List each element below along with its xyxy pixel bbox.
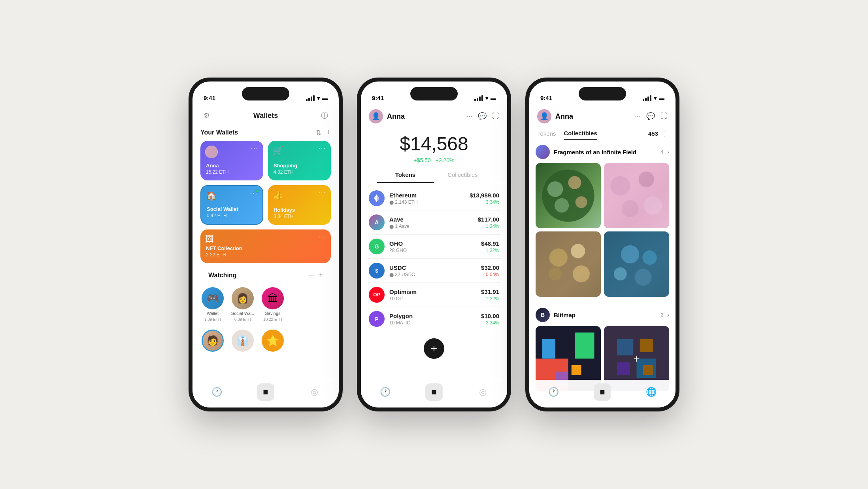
usdc-change: - 0.04% xyxy=(481,272,499,277)
watching-avatar-star: ⭐ xyxy=(262,330,284,352)
svg-point-12 xyxy=(611,176,630,196)
shopping-name: Shopping xyxy=(274,163,325,169)
social-name: Social Wallet xyxy=(207,206,257,212)
watching-section: Watching ··· + 🎮 Wallet 1.39 ETH 👩 xyxy=(192,268,339,356)
usdc-usd: $32.00 xyxy=(481,264,499,271)
matic-values: $10.00 3.34% xyxy=(481,313,499,326)
fragments-name: Fragments of an Infinite Field xyxy=(554,149,657,155)
wallet-nft[interactable]: 🖼 ··· NFT Collection 2.32 ETH xyxy=(200,229,331,263)
wallet-anna[interactable]: ··· Anna 15.22 ETH xyxy=(200,141,263,180)
nav-globe-3[interactable]: 🌐 xyxy=(642,383,660,401)
svg-point-17 xyxy=(549,248,568,267)
token-row-op[interactable]: OP Optimism 10 OP $31.91 1.32% xyxy=(367,283,501,307)
nav-wallet-1[interactable]: ■ xyxy=(257,383,274,401)
nav-history-1[interactable]: 🕐 xyxy=(208,383,226,401)
fragments-chevron-icon[interactable]: › xyxy=(667,149,669,155)
token-row-eth[interactable]: Ethereum ⬤ 2.143 ETH $13,989.00 3.34% xyxy=(367,186,501,210)
anna-more-icon[interactable]: ··· xyxy=(251,145,259,152)
nav-wallet-3[interactable]: ■ xyxy=(594,383,611,401)
watching-label-social: Social Wa... xyxy=(231,311,254,316)
wallet-shopping[interactable]: 🛒 ··· Shopping 4.32 ETH xyxy=(268,141,331,180)
holidays-more-icon[interactable]: ··· xyxy=(319,189,326,196)
bottom-nav-3: 🕐 ■ 🌐 xyxy=(529,380,676,408)
collectibles-more-icon[interactable]: ⋮ xyxy=(660,129,668,138)
token-row-matic[interactable]: P Polygon 10 MATIC $10.00 3.34% xyxy=(367,307,501,331)
signal-icon-2 xyxy=(474,95,483,101)
nav-discover-1[interactable]: ◎ xyxy=(306,383,323,401)
anna-avatar-sm-3[interactable]: 👤 xyxy=(537,109,551,123)
watching-balance-social: 0.39 ETH xyxy=(234,317,251,322)
matic-usd: $10.00 xyxy=(481,313,499,319)
shopping-more-icon[interactable]: ··· xyxy=(319,145,326,152)
eth-usd: $13,989.00 xyxy=(470,192,499,199)
watching-header: Watching ··· + xyxy=(200,268,331,283)
watching-item-wallet[interactable]: 🎮 Wallet 1.39 ETH xyxy=(200,287,225,322)
nav-history-3[interactable]: 🕐 xyxy=(545,383,562,401)
nft-flowers-pink[interactable] xyxy=(604,163,669,228)
nft-flowers-green[interactable] xyxy=(536,163,601,228)
add-token-button[interactable]: + xyxy=(424,338,444,359)
svg-point-10 xyxy=(555,198,569,212)
usdc-info: USDC ⬤ 32 USDC xyxy=(389,264,481,277)
nav-discover-2[interactable]: ◎ xyxy=(474,383,491,401)
status-time-2: 9:41 xyxy=(372,95,384,101)
dynamic-island-3 xyxy=(579,87,626,100)
watching-title: Watching xyxy=(208,272,236,279)
token-row-usdc[interactable]: $ USDC ⬤ 32 USDC $32.00 - 0.04% xyxy=(367,259,501,283)
blitmap-chevron-icon[interactable]: › xyxy=(667,312,669,318)
svg-point-25 xyxy=(614,267,627,281)
wallet-social[interactable]: 🏠 ··· Social Wallet 0.42 ETH xyxy=(200,185,263,225)
add-wallet-icon[interactable]: + xyxy=(326,128,331,137)
shopping-balance: 4.32 ETH xyxy=(274,169,325,175)
svg-point-15 xyxy=(622,200,639,217)
status-time-3: 9:41 xyxy=(540,95,552,101)
status-time-1: 9:41 xyxy=(204,95,215,101)
watching-more-icon[interactable]: ··· xyxy=(308,271,314,279)
phone-2-content: 👤 Anna ··· 💬 ⛶ $14,568 +$5.50 +2.20% xyxy=(361,104,507,408)
tab-collectibles[interactable]: Collectibles xyxy=(434,167,491,183)
nft-flowers-blue[interactable] xyxy=(604,231,669,297)
op-values: $31.91 1.32% xyxy=(481,288,499,301)
message-icon-3[interactable]: 💬 xyxy=(646,112,655,121)
phone-tokens: 9:41 ▾ ▬ 👤 Anna ··· 💬 xyxy=(357,78,511,411)
anna-name: Anna xyxy=(206,163,258,169)
wifi-icon-3: ▾ xyxy=(654,95,657,101)
anna-avatar-sm[interactable]: 👤 xyxy=(369,109,383,123)
wallet-holidays[interactable]: 👍 ··· Holidays 3.34 ETH xyxy=(268,185,331,225)
more-options-icon[interactable]: ··· xyxy=(466,112,472,121)
nft-flowers-gold[interactable] xyxy=(536,231,601,297)
holidays-icon: 👍 xyxy=(273,190,283,200)
gho-name: GHO xyxy=(389,240,481,247)
fragments-nft-grid xyxy=(536,163,669,297)
expand-icon[interactable]: ⛶ xyxy=(492,112,499,121)
message-icon[interactable]: 💬 xyxy=(478,112,487,121)
sort-icon[interactable]: ⇅ xyxy=(316,128,322,137)
op-info: Optimism 10 OP xyxy=(389,288,481,301)
watching-item-savings[interactable]: 🏛 Savings 10.22 ETH xyxy=(260,287,285,322)
anna-header-actions-3: ··· 💬 ⛶ xyxy=(635,112,668,121)
watching-item-social[interactable]: 👩 Social Wa... 0.39 ETH xyxy=(230,287,255,322)
nav-history-2[interactable]: 🕐 xyxy=(377,383,394,401)
token-row-gho[interactable]: G GHO 28 GHO $48.91 1.32% xyxy=(367,235,501,259)
watching-avatar-wallet: 🎮 xyxy=(202,287,224,309)
svg-rect-21 xyxy=(604,231,669,297)
usdc-amount: ⬤ 32 USDC xyxy=(389,272,481,277)
phone-1-content: ⚙ Wallets ⓘ Your Wallets ⇅ + ··· xyxy=(192,104,339,408)
nav-wallet-2[interactable]: ■ xyxy=(425,383,443,401)
nft-more-icon[interactable]: ··· xyxy=(319,233,326,241)
watching-item-suit[interactable]: 👔 xyxy=(230,330,255,352)
tab-collectibles-3[interactable]: Collectibles xyxy=(564,127,597,140)
tab-tokens-3[interactable]: Tokens xyxy=(537,128,556,139)
svg-point-6 xyxy=(542,170,594,222)
expand-icon-3[interactable]: ⛶ xyxy=(660,112,668,121)
watching-item-photo2[interactable]: 🧑 xyxy=(200,330,225,352)
more-options-icon-3[interactable]: ··· xyxy=(635,112,641,121)
usdc-icon: $ xyxy=(369,263,385,279)
info-button[interactable]: ⓘ xyxy=(318,109,331,122)
watching-avatar-savings: 🏛 xyxy=(262,287,284,309)
watching-item-star[interactable]: ⭐ xyxy=(260,330,285,352)
settings-button[interactable]: ⚙ xyxy=(200,109,213,122)
watching-add-icon[interactable]: + xyxy=(319,271,323,279)
token-row-aave[interactable]: A Aave ⬤ 1 Aave $117.00 1.34% xyxy=(367,210,501,235)
tab-tokens[interactable]: Tokens xyxy=(377,167,434,183)
